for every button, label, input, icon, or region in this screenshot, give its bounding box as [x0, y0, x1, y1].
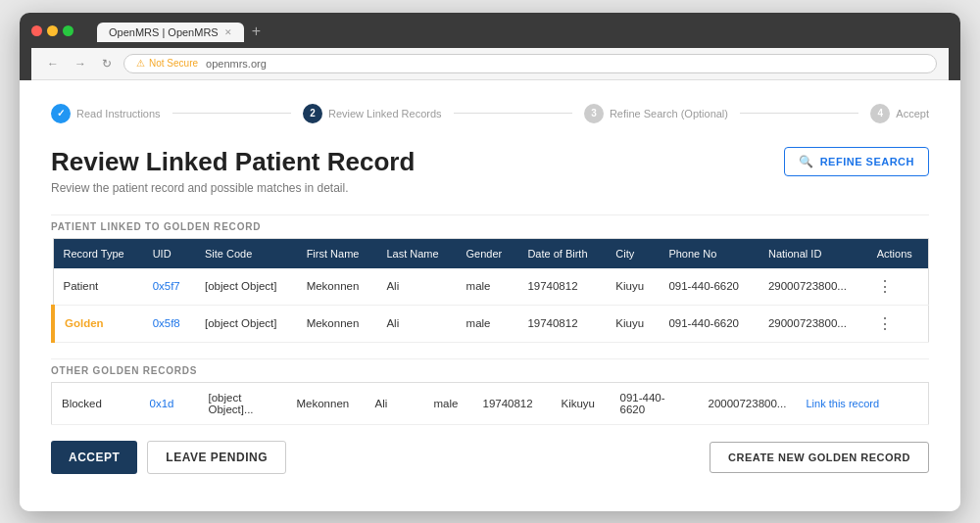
tab-close-icon[interactable]: ✕	[224, 27, 232, 37]
step-review-linked: 2 Review Linked Records	[303, 104, 442, 123]
create-golden-record-button[interactable]: CREATE NEW GOLDEN RECORD	[710, 442, 929, 473]
step-line-1	[172, 113, 291, 114]
actions-menu-icon[interactable]: ⋮	[877, 278, 894, 295]
traffic-lights	[31, 25, 74, 36]
step-circle-3: 3	[584, 104, 604, 123]
uid-link[interactable]: 0x1d	[150, 398, 174, 409]
url-field[interactable]: ⚠ Not Secure openmrs.org	[123, 54, 937, 73]
table-row: Blocked 0x1d [object Object]... Mekonnen…	[52, 382, 929, 424]
col-gender: Gender	[457, 238, 518, 268]
col-last-name: Last Name	[376, 238, 456, 268]
cell-city: Kiuyu	[606, 268, 659, 306]
col-national-id: National ID	[759, 238, 867, 268]
cell-last-name: Ali	[376, 305, 456, 342]
cell-first-name: Mekonnen	[287, 382, 366, 424]
refine-search-button[interactable]: 🔍 REFINE SEARCH	[784, 147, 929, 176]
step-circle-1: ✓	[51, 104, 71, 123]
other-section-label: OTHER GOLDEN RECORDS	[51, 358, 929, 382]
cell-national-id: 20000723800...	[699, 382, 797, 424]
cell-gender: male	[457, 268, 518, 306]
cell-dob: 19740812	[473, 382, 552, 424]
cell-gender: male	[457, 305, 518, 342]
accept-button[interactable]: ACCEPT	[51, 441, 137, 474]
step-label-3: Refine Search (Optional)	[610, 108, 728, 119]
cell-site-code: [object Object]	[195, 268, 297, 306]
page-subtitle: Review the patient record and possible m…	[51, 181, 415, 195]
url-text: openmrs.org	[206, 58, 267, 70]
cell-site-code: [object Object]...	[199, 382, 287, 424]
refresh-button[interactable]: ↻	[98, 55, 116, 72]
linked-section-label: PATIENT LINKED TO GOLDEN RECORD	[51, 214, 929, 238]
tab-bar: OpenMRS | OpenMRS ✕ +	[97, 21, 267, 42]
table-row: Golden 0x5f8 [object Object] Mekonnen Al…	[53, 305, 929, 342]
bottom-actions: ACCEPT LEAVE PENDING CREATE NEW GOLDEN R…	[51, 441, 929, 474]
step-accept: 4 Accept	[870, 104, 929, 123]
cell-city: Kikuyu	[552, 382, 611, 424]
other-records-table: Blocked 0x1d [object Object]... Mekonnen…	[51, 382, 929, 425]
browser-chrome: OpenMRS | OpenMRS ✕ + ← → ↻ ⚠ Not Secure…	[20, 13, 960, 80]
step-refine-search: 3 Refine Search (Optional)	[584, 104, 728, 123]
cell-actions[interactable]: ⋮	[867, 268, 929, 306]
col-city: City	[606, 238, 659, 268]
cell-first-name: Mekonnen	[297, 305, 377, 342]
refine-button-label: REFINE SEARCH	[820, 156, 914, 167]
security-icon: ⚠	[136, 58, 145, 69]
step-line-3	[740, 113, 858, 114]
col-dob: Date of Birth	[517, 238, 606, 268]
cell-record-type: Golden	[53, 305, 143, 342]
col-site-code: Site Code	[195, 238, 297, 268]
cell-record-type: Patient	[53, 268, 143, 306]
stepper: ✓ Read Instructions 2 Review Linked Reco…	[51, 104, 929, 123]
page-header: Review Linked Patient Record Review the …	[51, 147, 929, 195]
link-record-button[interactable]: Link this record	[807, 398, 880, 409]
step-label-4: Accept	[896, 108, 929, 119]
cell-national-id: 29000723800...	[759, 268, 867, 306]
step-circle-2: 2	[303, 104, 322, 123]
cell-phone: 091-440-6620	[659, 305, 759, 342]
cell-record-type: Blocked	[52, 382, 140, 424]
col-first-name: First Name	[297, 238, 377, 268]
cell-last-name: Ali	[376, 268, 456, 306]
left-action-buttons: ACCEPT LEAVE PENDING	[51, 441, 286, 474]
forward-button[interactable]: →	[71, 55, 90, 72]
table-row: Patient 0x5f7 [object Object] Mekonnen A…	[53, 268, 929, 306]
cell-uid: 0x5f7	[143, 268, 195, 306]
maximize-button[interactable]	[63, 25, 74, 36]
title-block: Review Linked Patient Record Review the …	[51, 147, 415, 195]
url-warning: Not Secure	[149, 58, 198, 69]
uid-link[interactable]: 0x5f7	[153, 280, 180, 292]
col-uid: UID	[143, 238, 195, 268]
new-tab-button[interactable]: +	[246, 21, 267, 42]
cell-site-code: [object Object]	[195, 305, 297, 342]
actions-menu-icon[interactable]: ⋮	[877, 315, 894, 332]
tab-label: OpenMRS | OpenMRS	[109, 26, 219, 38]
cell-city: Kiuyu	[606, 305, 659, 342]
cell-uid: 0x5f8	[143, 305, 195, 342]
cell-national-id: 29000723800...	[759, 305, 867, 342]
cell-phone: 091-440-6620	[659, 268, 759, 306]
cell-last-name: Ali	[366, 382, 424, 424]
active-tab[interactable]: OpenMRS | OpenMRS ✕	[97, 23, 244, 42]
cell-dob: 19740812	[517, 305, 606, 342]
step-circle-4: 4	[870, 104, 890, 123]
cell-gender: male	[424, 382, 473, 424]
cell-link-action[interactable]: Link this record	[797, 382, 929, 424]
close-button[interactable]	[31, 25, 42, 36]
cell-first-name: Mekonnen	[297, 268, 377, 306]
step-label-2: Review Linked Records	[328, 108, 442, 119]
col-actions: Actions	[867, 238, 929, 268]
cell-actions[interactable]: ⋮	[867, 305, 929, 342]
cell-dob: 19740812	[517, 268, 606, 306]
minimize-button[interactable]	[47, 25, 58, 36]
cell-uid: 0x1d	[140, 382, 199, 424]
col-phone: Phone No	[659, 238, 759, 268]
linked-records-table: Record Type UID Site Code First Name Las…	[51, 238, 929, 343]
browser-window: OpenMRS | OpenMRS ✕ + ← → ↻ ⚠ Not Secure…	[20, 13, 960, 511]
uid-link[interactable]: 0x5f8	[153, 317, 180, 329]
step-read-instructions: ✓ Read Instructions	[51, 104, 161, 123]
step-label-1: Read Instructions	[76, 108, 161, 119]
step-line-2	[454, 113, 572, 114]
back-button[interactable]: ←	[43, 55, 63, 72]
page-title: Review Linked Patient Record	[51, 147, 415, 177]
leave-pending-button[interactable]: LEAVE PENDING	[147, 441, 286, 474]
